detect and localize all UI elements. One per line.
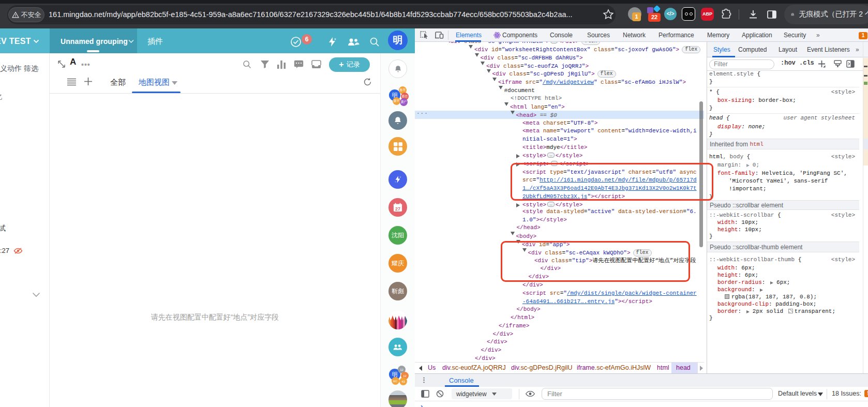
svg-text:27: 27 (395, 206, 400, 212)
